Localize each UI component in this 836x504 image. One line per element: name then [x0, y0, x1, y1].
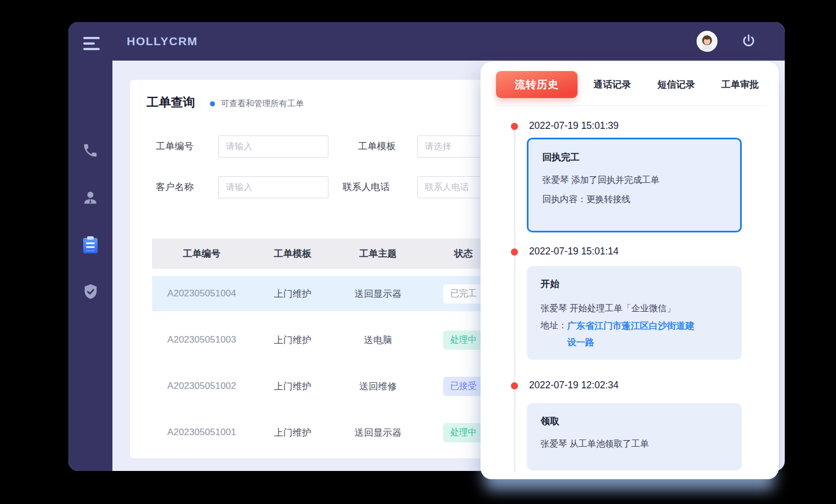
customer-name-input[interactable]: [218, 176, 328, 198]
timeline-line: [514, 127, 515, 473]
status-badge: 处理中: [443, 330, 484, 350]
timeline-timestamp: 2022-07-19 12:02:34: [529, 380, 619, 391]
tab-circulation-history[interactable]: 流转历史: [496, 71, 578, 98]
tabs-divider: [495, 105, 766, 106]
app-logo: HOLLYCRM: [127, 22, 198, 61]
power-icon[interactable]: [741, 33, 757, 49]
blue-dot-icon: [210, 101, 215, 106]
timeline-card-completed[interactable]: 回执完工 张爱琴 添加了回执并完成工单 回执内容：更换转接线: [527, 138, 742, 232]
timeline-card-title: 回执完工: [542, 151, 726, 164]
timeline-card-address-row: 地址： 广东省江门市蓬江区白沙街道建设一路: [541, 317, 728, 350]
order-id-input[interactable]: [218, 136, 328, 158]
timeline-dot-icon: [511, 123, 518, 130]
timeline-card-title: 开始: [541, 278, 728, 290]
timeline-card-claimed[interactable]: 领取 张爱琴 从工单池领取了工单: [527, 403, 742, 470]
filter-label-order-template: 工单模板: [358, 136, 396, 158]
timeline-timestamp: 2022-07-19 15:01:14: [529, 246, 619, 257]
sidebar-nav: [68, 22, 112, 471]
address-label: 地址：: [541, 317, 567, 350]
status-badge: 已接受: [443, 377, 484, 396]
status-badge: 处理中: [443, 423, 484, 442]
page-subtitle: 可查看和管理所有工单: [210, 99, 304, 109]
filter-label-customer-name: 客户名称: [156, 176, 193, 198]
shield-check-icon: [82, 283, 99, 302]
sidebar-item-security[interactable]: [68, 277, 112, 308]
timeline-dot-icon: [511, 248, 518, 256]
page-subtitle-text: 可查看和管理所有工单: [221, 99, 304, 109]
table-header-template: 工单模板: [251, 247, 334, 260]
tab-call-records[interactable]: 通话记录: [587, 71, 637, 98]
timeline-timestamp: 2022-07-19 15:01:39: [529, 120, 619, 132]
table-header-subject: 工单主题: [334, 247, 422, 260]
sidebar-item-phone[interactable]: [68, 136, 112, 167]
timeline-card-line: 张爱琴 从工单池领取了工单: [541, 434, 728, 453]
status-badge: 已完工: [443, 284, 484, 304]
topbar: HOLLYCRM: [68, 22, 785, 61]
page-title: 工单查询: [147, 94, 195, 111]
table-header-order-id: 工单编号: [152, 247, 251, 260]
timeline-card-line: 回执内容：更换转接线: [542, 189, 726, 209]
filter-label-contact-phone: 联系人电话: [343, 176, 390, 198]
desktop-background: HOLLYCRM 工单查询 可查看和管理所有工单: [0, 0, 836, 504]
person-icon: [82, 189, 99, 209]
clipboard-icon: [82, 236, 99, 257]
timeline-card-title: 领取: [541, 415, 728, 427]
sidebar-item-work-orders[interactable]: [68, 230, 112, 262]
sidebar-item-contacts[interactable]: [68, 183, 112, 215]
tab-sms-records[interactable]: 短信记录: [651, 71, 701, 98]
address-link[interactable]: 广东省江门市蓬江区白沙街道建设一路: [567, 317, 697, 350]
user-avatar[interactable]: [697, 31, 718, 52]
filter-label-order-id: 工单编号: [156, 136, 193, 158]
tab-order-approval[interactable]: 工单审批: [715, 71, 765, 98]
timeline-dot-icon: [511, 382, 518, 389]
order-detail-panel: 流转历史 通话记录 短信记录 工单审批 2022-07-19 15:01:39 …: [481, 62, 779, 479]
timeline-card-line: 张爱琴 添加了回执并完成工单: [542, 170, 726, 189]
menu-icon[interactable]: [83, 37, 100, 53]
phone-icon: [82, 142, 99, 161]
timeline-card-line: 张爱琴 开始处理工单「企业微信」: [541, 299, 728, 317]
timeline-card-start[interactable]: 开始 张爱琴 开始处理工单「企业微信」 地址： 广东省江门市蓬江区白沙街道建设一…: [527, 266, 742, 360]
